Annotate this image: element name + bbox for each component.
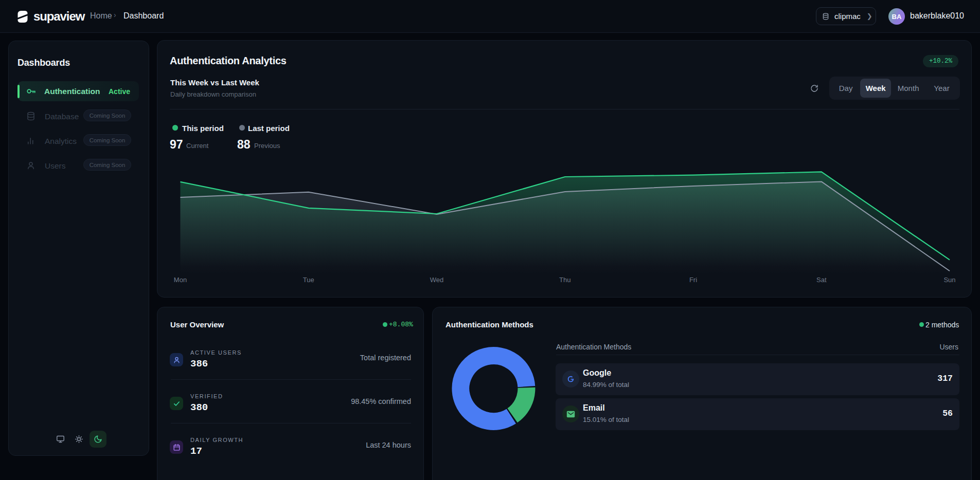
svg-text:Tue: Tue bbox=[303, 276, 314, 284]
svg-text:Mon: Mon bbox=[174, 276, 187, 284]
svg-text:Thu: Thu bbox=[559, 276, 571, 284]
svg-text:Fri: Fri bbox=[689, 276, 697, 284]
svg-text:Sat: Sat bbox=[816, 276, 827, 284]
svg-text:Sun: Sun bbox=[943, 276, 955, 284]
svg-text:Wed: Wed bbox=[430, 276, 444, 284]
